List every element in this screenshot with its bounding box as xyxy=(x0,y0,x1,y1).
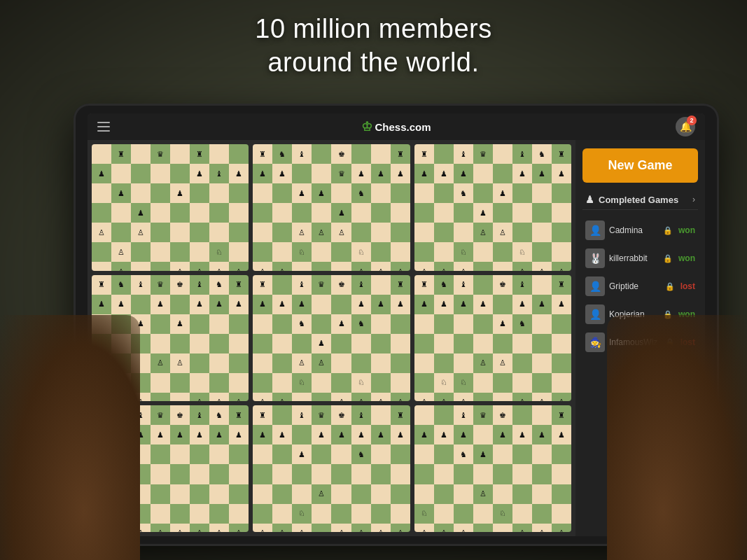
chess-piece: ♙ xyxy=(440,398,447,401)
chess-cell: ♙ xyxy=(371,524,391,532)
new-game-button[interactable]: New Game xyxy=(582,148,698,183)
chess-piece: ♚ xyxy=(499,281,506,288)
chess-cell: ♙ xyxy=(454,262,473,270)
chess-cell: ♙ xyxy=(170,262,190,270)
chess-cell: ♝ xyxy=(351,405,371,425)
chess-piece: ♛ xyxy=(157,281,164,288)
chess-cell xyxy=(371,183,391,203)
chess-cell: ♟ xyxy=(209,425,229,444)
chess-piece: ♟ xyxy=(377,431,384,439)
chess-piece: ♙ xyxy=(157,529,164,532)
menu-button[interactable] xyxy=(97,122,110,132)
chess-cell: ♟ xyxy=(170,314,190,334)
game-item[interactable]: ♝♛♚♜♟♟♟♟♟♟♟♞♟♙♘♘♙♙♙♙♙♙♖♗♕♔♗♖ xyxy=(414,405,571,532)
chess-cell xyxy=(371,334,391,354)
chess-cell: ♘ xyxy=(493,504,512,524)
game-item[interactable]: ♜♞♝♚♝♜♟♟♟♟♟♟♟♟♞♙♙♘♘♙♙♙♙♙♙♖♗♕♔♗♖👤Larissa9… xyxy=(414,275,571,402)
chess-piece: ♟ xyxy=(480,300,487,308)
chess-cell: ♙ xyxy=(454,393,473,401)
chess-cell xyxy=(371,242,391,262)
chess-cell xyxy=(209,223,229,242)
chess-cell: ♞ xyxy=(351,183,371,203)
chess-piece: ♙ xyxy=(259,398,266,401)
chess-cell: ♛ xyxy=(473,405,493,425)
chess-cell: ♙ xyxy=(170,524,190,532)
game-item[interactable]: ♜♝♛♚♝♜♟♟♟♟♟♟♞♟♞♟♙♙♘♘♙♙♙♙♙♙♖♗♕♔♗♖👤framera… xyxy=(253,275,410,402)
chess-piece: ♙ xyxy=(176,529,183,532)
chess-cell: ♝ xyxy=(292,144,312,164)
completed-games-header[interactable]: ♟ Completed Games › xyxy=(582,190,698,210)
game-item[interactable]: ♜♞♝♚♜♟♟♛♟♟♟♟♟♞♟♙♙♙♘♘♙♙♙♙♙♖♗♕♔♗♖👤mariapos… xyxy=(253,144,410,271)
game-item[interactable]: ♜♝♛♝♞♜♟♟♟♟♟♟♞♟♟♙♙♘♘♙♙♙♙♙♙♖♗♕♔♗♖👤knacher🇩… xyxy=(414,144,571,271)
chess-piece: ♙ xyxy=(196,529,203,532)
chess-cell xyxy=(229,242,249,262)
chess-cell xyxy=(414,464,434,484)
chess-cell: ♞ xyxy=(532,144,552,164)
chess-piece: ♟ xyxy=(279,170,286,178)
chess-piece: ♟ xyxy=(98,170,105,178)
chess-piece: ♜ xyxy=(558,412,565,419)
chess-piece: ♙ xyxy=(157,359,164,367)
chess-cell xyxy=(312,203,331,223)
chess-cell xyxy=(190,334,209,354)
chess-cell: ♘ xyxy=(292,242,312,262)
chess-piece: ♛ xyxy=(338,170,345,178)
game-item[interactable]: ♜♛♜♟♟♝♟♟♟♟♙♙♙♘♙♙♙♙♙♖♗♕♔♗♖👤bklain🇷🇺⏰2 hr xyxy=(92,144,249,271)
chess-cell xyxy=(229,183,249,203)
chess-piece: ♝ xyxy=(298,150,305,158)
notification-button[interactable]: 🔔 xyxy=(676,117,695,136)
chess-piece: ♙ xyxy=(318,490,325,498)
chess-cell: ♟ xyxy=(371,425,391,444)
chess-cell xyxy=(331,444,351,464)
game-item[interactable]: ♜♝♛♚♝♜♟♟♟♟♟♟♟♟♞♙♘♙♙♙♙♙♙♙♖♗♕♔♗♘♖ xyxy=(253,405,410,532)
chess-cell: ♟ xyxy=(190,164,209,183)
chess-cell xyxy=(229,504,249,524)
chess-cell xyxy=(190,373,209,393)
lock-icon: 🔒 xyxy=(665,282,675,291)
chess-cell xyxy=(272,314,292,334)
chess-cell: ♜ xyxy=(253,405,272,425)
completed-game-item[interactable]: 👤Cadmina🔒won xyxy=(582,217,698,244)
chess-piece: ♜ xyxy=(235,412,242,419)
chess-cell: ♙ xyxy=(371,262,391,270)
chess-piece: ♙ xyxy=(558,529,565,532)
chess-piece: ♛ xyxy=(318,281,325,288)
chess-cell xyxy=(493,444,512,464)
chess-cell: ♞ xyxy=(111,275,131,295)
chess-cell: ♝ xyxy=(454,275,473,295)
completed-game-item[interactable]: 🐰killerrabbit🔒won xyxy=(582,245,698,272)
chess-piece: ♙ xyxy=(216,398,223,401)
chess-cell: ♝ xyxy=(292,275,312,295)
chess-cell xyxy=(253,203,272,223)
chess-piece: ♝ xyxy=(216,170,223,178)
chess-cell: ♝ xyxy=(512,144,532,164)
chess-cell xyxy=(552,242,571,262)
chess-cell: ♟ xyxy=(434,295,454,314)
chess-piece: ♙ xyxy=(259,529,266,532)
chess-cell xyxy=(371,373,391,393)
chess-cell xyxy=(312,242,331,262)
chess-cell xyxy=(414,354,434,373)
chess-cell xyxy=(454,504,473,524)
chess-cell: ♙ xyxy=(391,524,410,532)
chess-cell: ♙ xyxy=(473,223,493,242)
chess-piece: ♟ xyxy=(216,431,223,439)
chess-piece: ♙ xyxy=(558,268,565,271)
chess-cell: ♝ xyxy=(190,405,209,425)
chess-cell xyxy=(292,484,312,504)
chess-cell xyxy=(312,373,331,393)
chess-cell xyxy=(414,484,434,504)
chess-piece: ♝ xyxy=(358,412,365,419)
completed-player-name: Griptide xyxy=(609,281,661,291)
chess-cell xyxy=(351,354,371,373)
chess-cell xyxy=(552,183,571,203)
chess-cell: ♟ xyxy=(512,295,532,314)
chess-cell xyxy=(229,464,249,484)
completed-avatar: 🐰 xyxy=(585,248,605,268)
chess-piece: ♙ xyxy=(176,268,183,271)
chess-cell xyxy=(312,295,331,314)
chess-piece: ♘ xyxy=(460,248,467,256)
chess-cell: ♟ xyxy=(391,164,410,183)
chess-cell xyxy=(512,504,532,524)
completed-game-item[interactable]: 👤Griptide🔒lost xyxy=(582,273,698,300)
